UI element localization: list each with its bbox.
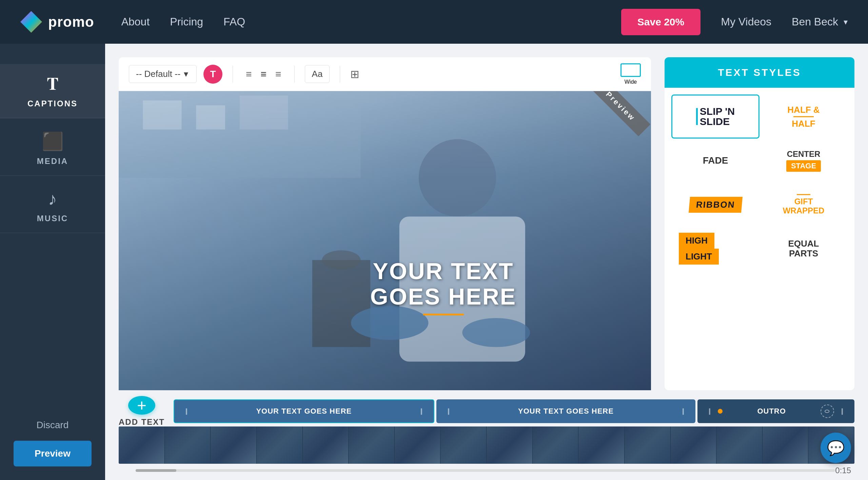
timeline-clip-2[interactable]: ❙ YOUR TEXT GOES HERE ❙	[436, 399, 696, 423]
timeline-clip-outro[interactable]: ❙ OUTRO ⬭ ❙	[697, 399, 854, 423]
clip-text-1: YOUR TEXT GOES HERE	[192, 407, 416, 416]
filmstrip-frame	[119, 426, 165, 464]
style-half-and-half[interactable]: HALF & HALF	[760, 95, 848, 139]
filmstrip-frame	[763, 426, 809, 464]
save-button[interactable]: Save 20%	[621, 9, 701, 35]
logo-icon	[20, 11, 42, 33]
wide-button[interactable]: Wide	[620, 63, 641, 85]
half-line	[793, 116, 814, 117]
preview-button[interactable]: Preview	[14, 441, 92, 466]
sidebar-item-captions[interactable]: 𝐓 CAPTIONS	[0, 64, 105, 118]
sidebar-item-music[interactable]: ♪ MUSIC	[0, 179, 105, 233]
filmstrip-frame	[395, 426, 441, 464]
video-text-underline	[423, 314, 464, 315]
scrollbar-area[interactable]	[122, 469, 835, 472]
font-size-button[interactable]: Aa	[305, 65, 330, 83]
logo-area[interactable]: promo	[20, 11, 94, 33]
my-videos-link[interactable]: My Videos	[721, 16, 771, 28]
slip-style-preview: SLIP 'N SLIDE	[696, 106, 735, 127]
gift-line	[797, 194, 810, 195]
timeline-area: + ADD TEXT ❙ YOUR TEXT GOES HERE ❙ ❙ YOU…	[105, 393, 868, 480]
media-icon: ⬛	[42, 131, 64, 152]
style-equal-parts[interactable]: EQUALPARTS	[760, 227, 848, 271]
font-size-label: Aa	[312, 69, 323, 79]
center-style-preview: CENTER STAGE	[786, 149, 821, 172]
nav-right: Save 20% My Videos Ben Beck ▾	[621, 9, 848, 35]
grid-button[interactable]: ⊞	[350, 68, 359, 81]
chat-icon: 💬	[827, 440, 845, 456]
svg-point-5	[419, 139, 496, 216]
highlight-badge2: LIGHT	[679, 249, 719, 265]
discard-button[interactable]: Discard	[37, 420, 69, 431]
filmstrip-frame	[165, 426, 211, 464]
clip-handle-right-outro: ❙	[840, 408, 845, 415]
style-fade[interactable]: FADE	[671, 139, 760, 183]
filmstrip-frames	[119, 426, 854, 464]
svg-rect-2	[143, 101, 181, 130]
nav-link-faq[interactable]: FAQ	[223, 16, 245, 28]
ribbon-badge: RIBBON	[689, 197, 743, 213]
nav-link-about[interactable]: About	[121, 16, 150, 28]
video-main-text-line1: YOUR TEXT	[370, 258, 516, 284]
outro-text: OUTRO	[725, 407, 818, 416]
chat-button[interactable]: 💬	[821, 433, 851, 463]
slip-bar	[696, 108, 698, 125]
wide-icon	[620, 63, 641, 77]
svg-point-8	[322, 250, 360, 270]
clip-text-2: YOUR TEXT GOES HERE	[454, 407, 678, 416]
equal-text: EQUALPARTS	[788, 239, 819, 258]
clip-handle-right-1: ❙	[419, 408, 424, 415]
timestamp: 0:15	[835, 466, 851, 475]
clip-handle-left-outro: ❙	[707, 408, 712, 415]
filmstrip-frame	[716, 426, 763, 464]
half-text: HALF &	[787, 105, 820, 114]
style-slip-n-slide[interactable]: SLIP 'N SLIDE	[671, 95, 760, 139]
style-ribbon[interactable]: RIBBON	[671, 183, 760, 227]
align-buttons: ≡ ≡ ≡	[243, 66, 284, 83]
center-badge: STAGE	[786, 160, 821, 172]
align-center-button[interactable]: ≡	[258, 66, 270, 83]
text-styles-grid: SLIP 'N SLIDE HALF & HALF FADE	[665, 88, 854, 277]
add-text-button[interactable]: +	[128, 396, 155, 415]
sidebar-item-media[interactable]: ⬛ MEDIA	[0, 122, 105, 176]
nav-link-pricing[interactable]: Pricing	[170, 16, 203, 28]
color-picker-button[interactable]: T	[203, 65, 222, 84]
divider-1	[233, 66, 233, 83]
filmstrip-frame	[303, 426, 349, 464]
media-label: MEDIA	[37, 156, 68, 166]
video-text-overlay[interactable]: YOUR TEXT GOES HERE	[370, 258, 516, 316]
user-name: Ben Beck	[792, 16, 838, 28]
font-selector[interactable]: -- Default -- ▾	[129, 65, 197, 83]
align-right-button[interactable]: ≡	[273, 66, 284, 83]
outro-dot	[718, 409, 723, 414]
scrollbar-track	[136, 469, 835, 472]
svg-rect-4	[240, 96, 288, 129]
toolbar: -- Default -- ▾ T ≡ ≡ ≡ Aa ⊞	[119, 57, 651, 91]
chevron-down-icon: ▾	[844, 17, 848, 27]
user-menu[interactable]: Ben Beck ▾	[792, 16, 848, 28]
filmstrip-frame	[349, 426, 395, 464]
half-style-preview: HALF & HALF	[787, 105, 820, 128]
color-btn-label: T	[210, 69, 216, 80]
filmstrip-frame	[578, 426, 625, 464]
highlight-badge: HIGH	[679, 233, 714, 249]
wide-label: Wide	[625, 79, 637, 85]
style-center-stage[interactable]: CENTER STAGE	[760, 139, 848, 183]
gift-text: GIFTWRAPPED	[783, 197, 825, 215]
timeline-clip-1[interactable]: ❙ YOUR TEXT GOES HERE ❙	[174, 399, 434, 423]
style-highlight[interactable]: HIGH LIGHT	[671, 227, 760, 271]
divider-3	[340, 66, 340, 83]
align-left-button[interactable]: ≡	[243, 66, 255, 83]
sidebar: 𝐓 CAPTIONS ⬛ MEDIA ♪ MUSIC Discard Previ…	[0, 44, 105, 480]
logo-text: promo	[48, 14, 94, 30]
svg-point-10	[462, 318, 530, 347]
style-gift-wrapped[interactable]: GIFTWRAPPED	[760, 183, 848, 227]
top-navigation: promo About Pricing FAQ Save 20% My Vide…	[0, 0, 868, 44]
caption-track: + ADD TEXT ❙ YOUR TEXT GOES HERE ❙ ❙ YOU…	[119, 399, 854, 423]
text-styles-panel: TEXT STYLES SLIP 'N SLIDE HALF &	[665, 57, 854, 390]
svg-rect-3	[196, 105, 225, 129]
add-text-label: ADD TEXT	[119, 417, 165, 427]
text-styles-header: TEXT STYLES	[665, 57, 854, 88]
gift-style-preview: GIFTWRAPPED	[783, 194, 825, 215]
video-main-text-line2: GOES HERE	[370, 284, 516, 309]
